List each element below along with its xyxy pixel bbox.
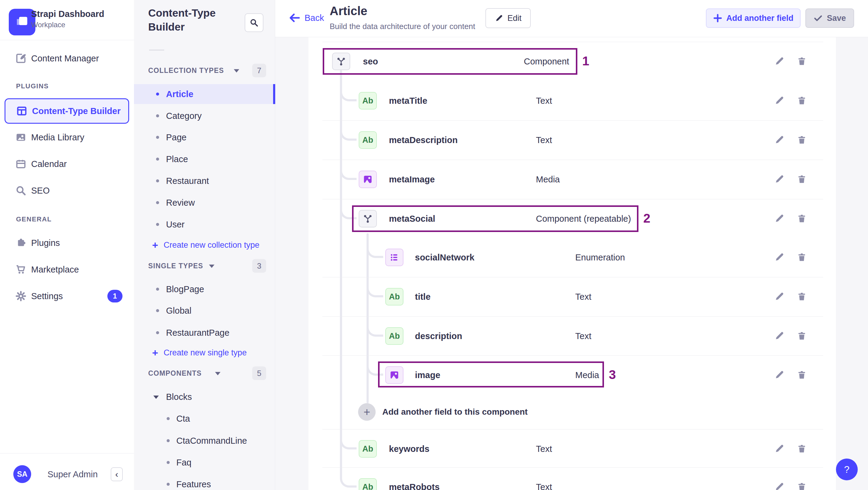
page-subtitle: Build the data architecture of your cont… xyxy=(330,22,475,31)
subnav-item-global[interactable]: Global xyxy=(134,301,275,320)
field-row-socialnetwork: socialNetwork Enumeration xyxy=(309,238,836,277)
trash-icon xyxy=(797,291,807,302)
field-row-keywords: Ab keywords Text xyxy=(309,429,836,468)
collection-types-header[interactable]: COLLECTION TYPES 7 xyxy=(134,61,275,81)
edit-field-button[interactable] xyxy=(774,213,785,224)
trash-icon xyxy=(797,252,807,262)
delete-field-button[interactable] xyxy=(797,95,807,106)
create-collection-type-link[interactable]: + Create new collection type xyxy=(134,235,275,255)
picture-icon xyxy=(15,131,27,143)
add-field-label[interactable]: Add another field to this component xyxy=(382,407,528,417)
pencil-icon xyxy=(774,56,784,66)
bullet-icon xyxy=(156,179,159,182)
edit-field-button[interactable] xyxy=(774,174,785,185)
field-row-seo: seo Component xyxy=(309,42,836,81)
edit-field-button[interactable] xyxy=(774,443,785,454)
subnav-item-restaurant[interactable]: Restaurant xyxy=(134,171,275,191)
delete-field-button[interactable] xyxy=(797,174,807,185)
field-name: metaRobots xyxy=(389,482,440,490)
subnav-item-cta[interactable]: Cta xyxy=(134,409,275,429)
add-field-to-component-button[interactable]: + xyxy=(358,403,376,421)
edit-field-button[interactable] xyxy=(774,252,785,263)
delete-field-button[interactable] xyxy=(797,331,807,341)
field-row-metatitle: Ab metaTitle Text xyxy=(309,81,836,120)
subnav-item-user[interactable]: User xyxy=(134,214,275,235)
add-another-field-button[interactable]: Add another field xyxy=(706,8,801,28)
subnav-item-page[interactable]: Page xyxy=(134,127,275,147)
field-type: Text xyxy=(575,331,591,341)
subnav-item-place[interactable]: Place xyxy=(134,149,275,169)
edit-button[interactable]: Edit xyxy=(486,8,531,28)
subnav-item-features[interactable]: Features xyxy=(134,474,275,490)
search-button[interactable] xyxy=(245,13,264,32)
layout-grid-icon xyxy=(16,105,28,117)
sidebar-item-calendar[interactable]: Calendar xyxy=(0,153,134,175)
edit-field-button[interactable] xyxy=(774,482,785,490)
page-header: Back Article Build the data architecture… xyxy=(275,0,868,37)
edit-field-button[interactable] xyxy=(774,56,785,67)
subnav-item-faq[interactable]: Faq xyxy=(134,453,275,472)
sidebar-item-seo[interactable]: SEO xyxy=(0,180,134,202)
bullet-icon xyxy=(167,483,170,486)
single-types-header[interactable]: SINGLE TYPES 3 xyxy=(134,256,275,276)
delete-field-button[interactable] xyxy=(797,252,807,263)
back-link[interactable]: Back xyxy=(288,11,324,24)
field-name: metaDescription xyxy=(389,135,458,145)
edit-field-button[interactable] xyxy=(774,95,785,106)
plus-icon xyxy=(713,13,722,23)
trash-icon xyxy=(797,56,807,66)
components-header[interactable]: COMPONENTS 5 xyxy=(134,363,275,383)
plus-icon: + xyxy=(152,239,158,251)
field-name: metaSocial xyxy=(389,214,435,224)
delete-field-button[interactable] xyxy=(797,370,807,380)
field-type: Text xyxy=(536,482,552,490)
delete-field-button[interactable] xyxy=(797,482,807,490)
avatar[interactable]: SA xyxy=(13,465,31,483)
subnav-item-ctacommandline[interactable]: CtaCommandLine xyxy=(134,431,275,451)
annotation-number-1: 1 xyxy=(582,54,589,68)
edit-field-button[interactable] xyxy=(774,370,785,380)
sidebar-item-label: Plugins xyxy=(31,238,60,248)
pencil-icon xyxy=(774,252,784,262)
create-single-type-link[interactable]: + Create new single type xyxy=(134,343,275,363)
sidebar-item-label: Calendar xyxy=(31,159,67,169)
subnav-item-review[interactable]: Review xyxy=(134,193,275,213)
sidebar-item-media-library[interactable]: Media Library xyxy=(0,126,134,148)
pencil-icon xyxy=(774,213,784,223)
collapse-sidebar-button[interactable]: ‹ xyxy=(111,467,123,481)
bullet-icon xyxy=(156,114,159,117)
active-indicator xyxy=(273,84,275,104)
sidebar-item-label: Content Manager xyxy=(31,54,99,63)
delete-field-button[interactable] xyxy=(797,134,807,146)
sidebar-item-settings[interactable]: Settings 1 xyxy=(0,285,134,307)
edit-field-button[interactable] xyxy=(774,331,785,341)
help-button[interactable]: ? xyxy=(836,459,858,480)
sidebar-item-content-type-builder[interactable]: Content-Type Builder xyxy=(4,98,129,124)
save-button[interactable]: Save xyxy=(805,8,854,28)
chevron-down-icon xyxy=(215,372,220,375)
subnav-item-restaurantpage[interactable]: RestaurantPage xyxy=(134,323,275,343)
delete-field-button[interactable] xyxy=(797,443,807,454)
trash-icon xyxy=(797,134,807,145)
delete-field-button[interactable] xyxy=(797,213,807,224)
annotation-number-3: 3 xyxy=(609,367,616,382)
field-row-description: Ab description Text xyxy=(309,316,836,356)
sidebar-item-marketplace[interactable]: Marketplace xyxy=(0,258,134,280)
delete-field-button[interactable] xyxy=(797,56,807,67)
subnav-item-category[interactable]: Category xyxy=(134,106,275,126)
text-field-icon: Ab xyxy=(359,478,377,490)
bullet-icon xyxy=(156,288,159,291)
sidebar-item-plugins[interactable]: Plugins xyxy=(0,232,134,254)
sidebar-item-content-manager[interactable]: Content Manager xyxy=(0,48,134,69)
gear-icon xyxy=(15,290,27,302)
bullet-icon xyxy=(167,417,170,420)
field-type: Text xyxy=(575,292,591,302)
subnav-group-blocks[interactable]: Blocks xyxy=(134,387,275,407)
subnav-item-blogpage[interactable]: BlogPage xyxy=(134,279,275,299)
delete-field-button[interactable] xyxy=(797,291,807,302)
divider xyxy=(149,50,164,51)
sidebar-section-plugins: PLUGINS xyxy=(16,82,49,90)
edit-field-button[interactable] xyxy=(774,134,785,146)
subnav-item-article[interactable]: Article xyxy=(134,84,275,104)
edit-field-button[interactable] xyxy=(774,291,785,302)
